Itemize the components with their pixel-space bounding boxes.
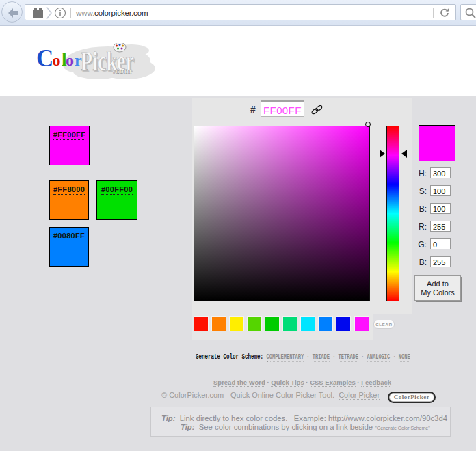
svg-text:o: o bbox=[66, 51, 74, 69]
svg-text:.com: .com bbox=[113, 66, 131, 76]
svg-text:C: C bbox=[36, 45, 53, 72]
svg-text:o: o bbox=[53, 51, 61, 69]
